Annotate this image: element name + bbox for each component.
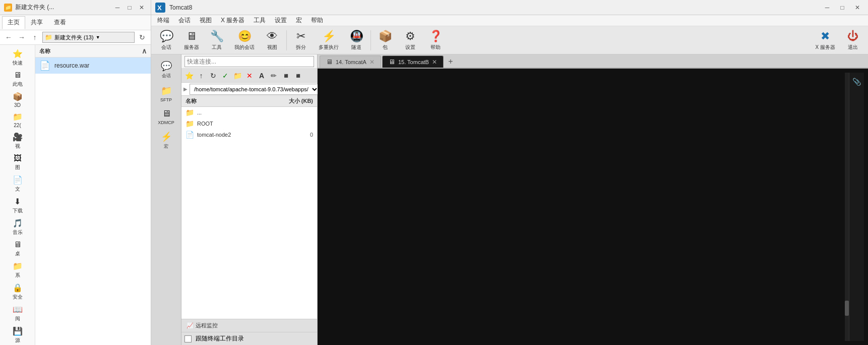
menu-item-tools[interactable]: 工具	[250, 15, 270, 26]
explorer-app-icon: 📁	[4, 4, 12, 12]
toolbar-session-btn[interactable]: 💬 会话	[155, 28, 177, 52]
menu-item-help[interactable]: 帮助	[307, 15, 327, 26]
desktop-icon: 🖥	[14, 240, 22, 249]
sftp-remote-monitor-btn[interactable]: 📈 远程监控	[184, 321, 220, 330]
sftp-btn-delete[interactable]: ✕	[244, 70, 255, 81]
toolbar-help-btn[interactable]: ❓ 帮助	[424, 28, 447, 52]
toolbar-view-btn[interactable]: 👁 视图	[261, 28, 283, 52]
sidebar-item-reader[interactable]: 📖 阅	[0, 303, 35, 324]
sftp-btn-edit[interactable]: ✏	[268, 70, 279, 81]
sftp-file-item-node2[interactable]: 📄 tomcat-node2 0	[181, 129, 317, 140]
toolbar-tools-btn[interactable]: 🔧 工具	[206, 28, 228, 52]
sftp-folder-icon-parent: 📁	[185, 108, 194, 117]
menu-item-terminal[interactable]: 终端	[153, 15, 173, 26]
sidebar-item-22[interactable]: 📁 22(	[0, 110, 35, 130]
mobaxterm-titlebar: X Tomcat8 ─ □ ✕	[151, 0, 868, 15]
sftp-btn-newfolder[interactable]: 📁	[232, 70, 243, 81]
sidebar-item-pictures[interactable]: 🖼 图	[0, 152, 35, 173]
mobaxterm-minimize-button[interactable]: ─	[821, 3, 834, 13]
mobaxterm-maximize-button[interactable]: □	[836, 3, 849, 13]
sftp-follow-bar: 跟随终端工作目录	[181, 332, 317, 345]
sidebar-label-source: 源	[15, 337, 20, 344]
sidebar-item-video[interactable]: 🎥 视	[0, 130, 35, 152]
ribbon-tab-share[interactable]: 共享	[25, 16, 48, 29]
tab-tomcat-a-close[interactable]: ✕	[369, 59, 375, 66]
menu-item-xserver[interactable]: X 服务器	[217, 15, 249, 26]
menu-item-settings[interactable]: 设置	[271, 15, 291, 26]
maximize-button[interactable]: □	[125, 3, 135, 13]
sidebar-item-sftp[interactable]: 📁 SFTP	[153, 83, 180, 104]
sftp-btn-up[interactable]: ↑	[196, 70, 207, 81]
toolbar-package-btn[interactable]: 📦 包	[374, 28, 396, 52]
terminal-screen[interactable]: 📎	[318, 69, 868, 345]
sidebar-label-desktop: 桌	[15, 250, 20, 257]
ribbon-tab-view[interactable]: 查看	[48, 16, 72, 29]
xserver-action-btn[interactable]: ✖ X 服务器	[812, 28, 839, 52]
sidebar-item-docs[interactable]: 📄 文	[0, 173, 35, 195]
terminal-scrollbar-thumb[interactable]	[845, 301, 849, 316]
mobaxterm-close-button[interactable]: ✕	[851, 3, 864, 13]
add-tab-button[interactable]: +	[445, 55, 457, 68]
collapse-button[interactable]: ∧	[142, 47, 147, 55]
sidebar-item-quick[interactable]: ⭐ 快速	[0, 47, 35, 69]
address-text: 新建文件夹 (13)	[54, 34, 94, 41]
sftp-path-select[interactable]: /home/tomcat/apache-tomcat-9.0.73/webapp…	[190, 84, 319, 95]
menu-item-session[interactable]: 会话	[174, 15, 195, 26]
sidebar-item-sessions[interactable]: 💬 会话	[153, 59, 180, 81]
terminal-right-icon-1[interactable]: 📎	[851, 77, 862, 87]
tab-tomcat-b[interactable]: 🖥 15. TomcatB ✕	[382, 55, 444, 68]
sidebar-item-desktop[interactable]: 🖥 桌	[0, 238, 35, 259]
sidebar-label-reader: 阅	[15, 315, 20, 322]
close-button[interactable]: ✕	[137, 3, 147, 13]
tab-tomcat-a[interactable]: 🖥 14. TomcatA ✕	[320, 55, 381, 68]
sidebar-item-macros[interactable]: ⚡ 宏	[153, 129, 180, 152]
toolbar-multiexec-btn[interactable]: ⚡ 多重执行	[315, 28, 342, 52]
terminal-right-icons: 📎	[849, 73, 864, 341]
menu-item-view[interactable]: 视图	[196, 15, 216, 26]
toolbar-tunnel-btn[interactable]: 🚇 隧道	[345, 28, 367, 52]
back-button[interactable]: ←	[3, 32, 14, 43]
toolbar-server-btn[interactable]: 🖥 服务器	[180, 28, 203, 52]
sidebar-item-xdmcp[interactable]: 🖥 XDMCP	[153, 106, 180, 127]
sftp-follow-checkbox[interactable]	[184, 335, 192, 342]
file-item-resource-war[interactable]: 📄 resource.war	[35, 58, 151, 74]
address-dropdown-arrow[interactable]: ▼	[96, 35, 100, 40]
sftp-btn-black1[interactable]: ◾	[280, 70, 291, 81]
sftp-btn-rename[interactable]: A	[256, 70, 267, 81]
quick-connect-input[interactable]	[184, 56, 314, 67]
minimize-button[interactable]: ─	[112, 3, 122, 13]
exit-action-btn[interactable]: ⏻ 退出	[842, 28, 864, 52]
address-path[interactable]: 📁 新建文件夹 (13) ▼	[42, 32, 135, 43]
toolbar-package-label: 包	[383, 44, 388, 51]
sidebar-item-security[interactable]: 🔒 安全	[0, 281, 35, 303]
sftp-btn-check[interactable]: ✓	[220, 70, 231, 81]
tab-tomcat-b-close[interactable]: ✕	[432, 59, 437, 66]
sftp-btn-refresh[interactable]: ↻	[208, 70, 219, 81]
sidebar-item-downloads[interactable]: ⬇ 下载	[0, 195, 35, 216]
sidebar-item-source[interactable]: 💾 源	[0, 324, 35, 345]
up-button[interactable]: ↑	[29, 32, 40, 43]
toolbar-split-btn[interactable]: ✂ 拆分	[290, 28, 312, 52]
sidebar-item-3d[interactable]: 📦 3D	[0, 90, 35, 110]
multiexec-icon: ⚡	[322, 30, 336, 43]
sftp-file-item-parent[interactable]: 📁 ...	[181, 107, 317, 118]
sidebar-item-system[interactable]: 📁 系	[0, 259, 35, 281]
toolbar-mysession-btn[interactable]: 😊 我的会话	[231, 28, 258, 52]
explorer-sidebar: ⭐ 快速 🖥 此电 📦 3D 📁 22( 🎥 视 🖼 图	[0, 45, 35, 345]
forward-button[interactable]: →	[16, 32, 27, 43]
sidebar-macros-label: 宏	[164, 143, 168, 150]
terminal-scrollbar[interactable]	[845, 73, 849, 341]
sftp-btn-black2[interactable]: ◾	[292, 70, 303, 81]
refresh-button[interactable]: ↻	[137, 32, 148, 43]
toolbar-settings-btn[interactable]: ⚙ 设置	[399, 28, 421, 52]
sidebar-item-pc[interactable]: 🖥 此电	[0, 69, 35, 90]
menu-item-macro[interactable]: 宏	[292, 15, 306, 26]
sftp-btn-bookmark[interactable]: ⭐	[183, 70, 195, 81]
ribbon-tab-home[interactable]: 主页	[2, 16, 25, 29]
sftp-file-item-root[interactable]: 📁 ROOT	[181, 118, 317, 129]
sidebar-item-music[interactable]: 🎵 音乐	[0, 216, 35, 238]
sftp-panel: ⭐ ↑ ↻ ✓ 📁 ✕ A ✏ ◾ ◾ ▶ /home/tomcat/apach…	[181, 54, 318, 345]
book-icon: 📖	[13, 305, 23, 314]
mysession-icon: 😊	[238, 30, 252, 43]
help-icon: ❓	[429, 30, 443, 43]
